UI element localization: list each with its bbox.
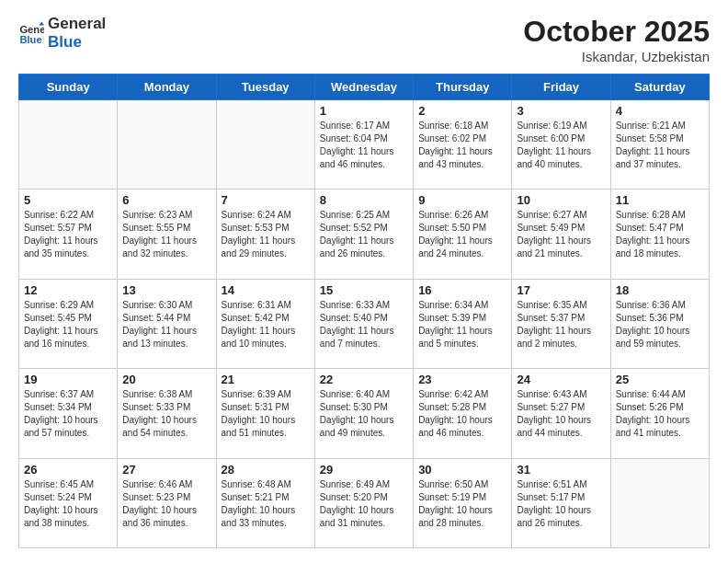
day-number: 9 <box>418 193 506 207</box>
page-title: October 2025 <box>523 15 710 49</box>
calendar-cell: 17Sunrise: 6:35 AM Sunset: 5:37 PM Dayli… <box>512 279 610 368</box>
day-info: Sunrise: 6:25 AM Sunset: 5:52 PM Dayligh… <box>320 209 408 260</box>
page: General Blue General Blue October 2025 I… <box>0 0 728 563</box>
calendar-cell: 31Sunrise: 6:51 AM Sunset: 5:17 PM Dayli… <box>512 458 610 547</box>
day-number: 22 <box>320 373 408 386</box>
day-number: 23 <box>418 373 506 386</box>
calendar-cell: 9Sunrise: 6:26 AM Sunset: 5:50 PM Daylig… <box>414 190 512 279</box>
day-info: Sunrise: 6:36 AM Sunset: 5:36 PM Dayligh… <box>616 299 704 350</box>
calendar-cell: 3Sunrise: 6:19 AM Sunset: 6:00 PM Daylig… <box>512 100 610 190</box>
day-info: Sunrise: 6:27 AM Sunset: 5:49 PM Dayligh… <box>517 209 605 260</box>
weekday-header-tuesday: Tuesday <box>216 75 314 100</box>
calendar-cell: 6Sunrise: 6:23 AM Sunset: 5:55 PM Daylig… <box>118 190 216 279</box>
calendar-cell: 15Sunrise: 6:33 AM Sunset: 5:40 PM Dayli… <box>314 279 413 368</box>
calendar-cell <box>216 100 314 190</box>
day-number: 26 <box>24 463 112 477</box>
day-number: 31 <box>517 463 605 477</box>
title-block: October 2025 Iskandar, Uzbekistan <box>523 15 710 64</box>
day-info: Sunrise: 6:34 AM Sunset: 5:39 PM Dayligh… <box>418 299 506 350</box>
day-info: Sunrise: 6:43 AM Sunset: 5:27 PM Dayligh… <box>517 388 605 440</box>
calendar-cell <box>19 100 118 190</box>
calendar-cell: 13Sunrise: 6:30 AM Sunset: 5:44 PM Dayli… <box>118 279 216 368</box>
day-number: 27 <box>122 463 210 477</box>
day-info: Sunrise: 6:30 AM Sunset: 5:44 PM Dayligh… <box>122 299 210 350</box>
svg-text:General: General <box>19 24 44 35</box>
calendar-cell: 16Sunrise: 6:34 AM Sunset: 5:39 PM Dayli… <box>414 279 512 368</box>
weekday-header-sunday: Sunday <box>19 75 118 100</box>
day-info: Sunrise: 6:49 AM Sunset: 5:20 PM Dayligh… <box>320 478 408 530</box>
calendar-cell: 1Sunrise: 6:17 AM Sunset: 6:04 PM Daylig… <box>314 100 413 190</box>
calendar-cell: 8Sunrise: 6:25 AM Sunset: 5:52 PM Daylig… <box>314 190 413 279</box>
day-number: 6 <box>122 193 210 207</box>
day-info: Sunrise: 6:35 AM Sunset: 5:37 PM Dayligh… <box>517 299 605 350</box>
calendar-cell <box>118 100 216 190</box>
calendar-cell: 23Sunrise: 6:42 AM Sunset: 5:28 PM Dayli… <box>414 369 512 458</box>
day-number: 14 <box>222 283 310 297</box>
day-info: Sunrise: 6:24 AM Sunset: 5:53 PM Dayligh… <box>222 209 310 260</box>
day-number: 30 <box>418 463 506 477</box>
day-info: Sunrise: 6:22 AM Sunset: 5:57 PM Dayligh… <box>24 209 112 260</box>
weekday-header-friday: Friday <box>512 75 610 100</box>
calendar-cell: 5Sunrise: 6:22 AM Sunset: 5:57 PM Daylig… <box>19 190 118 279</box>
calendar-cell: 14Sunrise: 6:31 AM Sunset: 5:42 PM Dayli… <box>216 279 314 368</box>
weekday-header-wednesday: Wednesday <box>314 75 413 100</box>
day-number: 20 <box>122 373 210 386</box>
calendar-header-row: SundayMondayTuesdayWednesdayThursdayFrid… <box>19 75 710 100</box>
calendar-week-4: 19Sunrise: 6:37 AM Sunset: 5:34 PM Dayli… <box>19 369 710 458</box>
day-info: Sunrise: 6:17 AM Sunset: 6:04 PM Dayligh… <box>320 120 408 171</box>
calendar-cell: 22Sunrise: 6:40 AM Sunset: 5:30 PM Dayli… <box>314 369 413 458</box>
day-number: 18 <box>616 283 704 297</box>
day-info: Sunrise: 6:38 AM Sunset: 5:33 PM Dayligh… <box>122 388 210 440</box>
calendar-cell: 18Sunrise: 6:36 AM Sunset: 5:36 PM Dayli… <box>610 279 709 368</box>
day-number: 16 <box>418 283 506 297</box>
logo: General Blue General Blue <box>18 15 106 52</box>
day-info: Sunrise: 6:40 AM Sunset: 5:30 PM Dayligh… <box>320 388 408 440</box>
svg-text:Blue: Blue <box>19 35 41 46</box>
day-number: 24 <box>517 373 605 386</box>
calendar-cell: 28Sunrise: 6:48 AM Sunset: 5:21 PM Dayli… <box>216 458 314 547</box>
calendar-cell: 24Sunrise: 6:43 AM Sunset: 5:27 PM Dayli… <box>512 369 610 458</box>
day-info: Sunrise: 6:21 AM Sunset: 5:58 PM Dayligh… <box>616 120 704 171</box>
day-info: Sunrise: 6:44 AM Sunset: 5:26 PM Dayligh… <box>616 388 704 440</box>
calendar-cell: 25Sunrise: 6:44 AM Sunset: 5:26 PM Dayli… <box>610 369 709 458</box>
logo-icon: General Blue <box>18 20 44 46</box>
day-number: 19 <box>24 373 112 386</box>
day-info: Sunrise: 6:42 AM Sunset: 5:28 PM Dayligh… <box>418 388 506 440</box>
logo-general-text: General <box>48 15 106 33</box>
calendar-cell: 21Sunrise: 6:39 AM Sunset: 5:31 PM Dayli… <box>216 369 314 458</box>
weekday-header-saturday: Saturday <box>610 75 709 100</box>
page-subtitle: Iskandar, Uzbekistan <box>523 49 710 64</box>
day-info: Sunrise: 6:28 AM Sunset: 5:47 PM Dayligh… <box>616 209 704 260</box>
calendar-week-5: 26Sunrise: 6:45 AM Sunset: 5:24 PM Dayli… <box>19 458 710 547</box>
logo-blue-text: Blue <box>48 33 106 52</box>
calendar-cell: 19Sunrise: 6:37 AM Sunset: 5:34 PM Dayli… <box>19 369 118 458</box>
day-number: 7 <box>222 193 310 207</box>
calendar-cell <box>610 458 709 547</box>
day-number: 8 <box>320 193 408 207</box>
day-info: Sunrise: 6:19 AM Sunset: 6:00 PM Dayligh… <box>517 120 605 171</box>
day-info: Sunrise: 6:29 AM Sunset: 5:45 PM Dayligh… <box>24 299 112 350</box>
day-info: Sunrise: 6:51 AM Sunset: 5:17 PM Dayligh… <box>517 478 605 530</box>
calendar-week-1: 1Sunrise: 6:17 AM Sunset: 6:04 PM Daylig… <box>19 100 710 190</box>
weekday-header-monday: Monday <box>118 75 216 100</box>
day-number: 2 <box>418 104 506 118</box>
day-number: 10 <box>517 193 605 207</box>
day-number: 3 <box>517 104 605 118</box>
calendar-cell: 27Sunrise: 6:46 AM Sunset: 5:23 PM Dayli… <box>118 458 216 547</box>
day-info: Sunrise: 6:37 AM Sunset: 5:34 PM Dayligh… <box>24 388 112 440</box>
calendar-cell: 26Sunrise: 6:45 AM Sunset: 5:24 PM Dayli… <box>19 458 118 547</box>
day-info: Sunrise: 6:46 AM Sunset: 5:23 PM Dayligh… <box>122 478 210 530</box>
day-number: 5 <box>24 193 112 207</box>
day-number: 15 <box>320 283 408 297</box>
day-number: 4 <box>616 104 704 118</box>
calendar-week-3: 12Sunrise: 6:29 AM Sunset: 5:45 PM Dayli… <box>19 279 710 368</box>
header: General Blue General Blue October 2025 I… <box>18 15 710 64</box>
day-info: Sunrise: 6:33 AM Sunset: 5:40 PM Dayligh… <box>320 299 408 350</box>
day-number: 25 <box>616 373 704 386</box>
calendar-cell: 10Sunrise: 6:27 AM Sunset: 5:49 PM Dayli… <box>512 190 610 279</box>
calendar-cell: 4Sunrise: 6:21 AM Sunset: 5:58 PM Daylig… <box>610 100 709 190</box>
calendar-cell: 11Sunrise: 6:28 AM Sunset: 5:47 PM Dayli… <box>610 190 709 279</box>
calendar-cell: 12Sunrise: 6:29 AM Sunset: 5:45 PM Dayli… <box>19 279 118 368</box>
day-info: Sunrise: 6:18 AM Sunset: 6:02 PM Dayligh… <box>418 120 506 171</box>
day-info: Sunrise: 6:48 AM Sunset: 5:21 PM Dayligh… <box>222 478 310 530</box>
